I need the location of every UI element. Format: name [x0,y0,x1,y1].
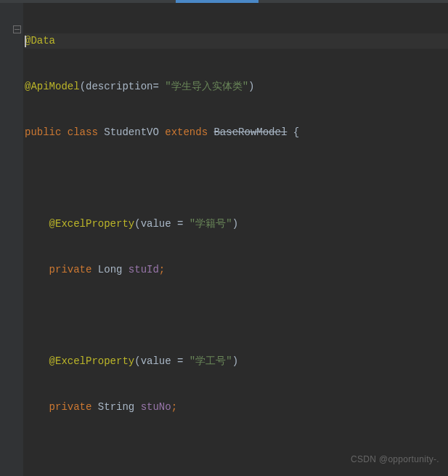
semicolon: ; [159,264,165,275]
annotation-apimodel: @ApiModel [25,81,80,92]
annotation-data: @Data [25,35,55,47]
paren: ) [248,81,254,92]
code-area[interactable]: @Data @ApiModel(description= "学生导入实体类") … [23,3,448,476]
code-line: private String stuNo; [25,400,448,415]
code-line: private Long stuId; [25,262,448,278]
keyword: private [49,264,98,275]
type: String [98,401,141,413]
annotation: @ExcelProperty [49,355,135,367]
paren: ( [80,81,86,92]
paren: ( [134,355,140,367]
field-name: stuId [129,264,159,275]
string-literal: "学工号" [190,355,232,367]
keyword: private [49,401,98,413]
class-name: StudentVO [104,126,165,138]
string-literal: "学籍号" [190,218,232,230]
code-line: @ApiModel(description= "学生导入实体类") [25,79,448,94]
keyword: public [25,126,68,138]
gutter [0,3,23,476]
type: Long [98,264,129,275]
paren: ) [232,355,238,367]
code-line: @Data [25,33,448,49]
keyword: extends [165,126,213,138]
field-name: stuNo [141,401,171,413]
code-line: @ExcelProperty(value = "学工号") [25,354,448,369]
paren: ( [134,218,140,230]
param: value = [141,218,190,230]
parent-class: BaseRowModel [213,126,287,138]
code-line [25,308,448,323]
code-line: @ExcelProperty(value = "学籍号") [25,217,448,232]
semicolon: ; [171,401,177,413]
param-name: description= [86,81,165,92]
annotation: @ExcelProperty [49,218,135,230]
watermark: CSDN @opportunity-. [351,452,439,467]
code-line: public class StudentVO extends BaseRowMo… [25,125,448,140]
fold-collapse-icon[interactable] [13,25,21,33]
paren: ) [232,218,238,230]
code-line [25,171,448,186]
text-caret [25,36,26,47]
param: value = [141,355,190,367]
keyword: class [68,126,104,138]
code-editor[interactable]: @Data @ApiModel(description= "学生导入实体类") … [0,3,448,476]
brace: { [287,126,299,138]
string-literal: "学生导入实体类" [165,81,248,92]
